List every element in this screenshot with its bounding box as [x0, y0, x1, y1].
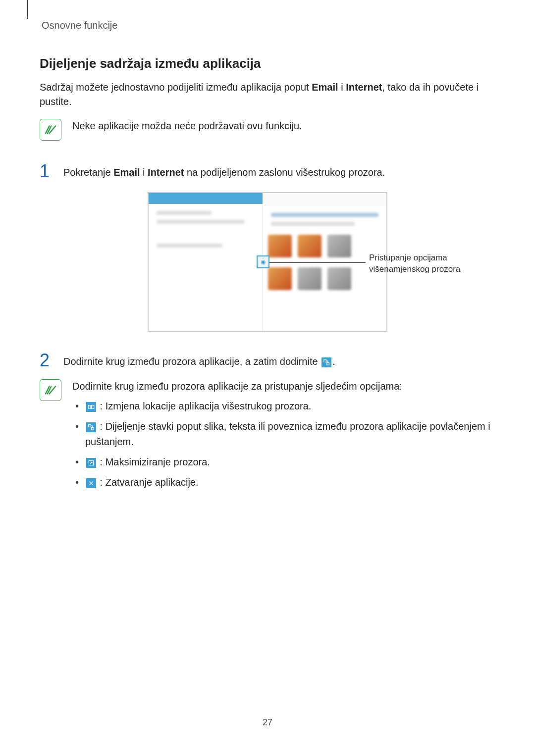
intro-bold-internet: Internet: [346, 82, 382, 93]
step-1-number: 1: [40, 162, 54, 180]
step2-post: .: [332, 356, 335, 367]
running-header: Osnovne funkcije: [42, 20, 495, 31]
page-edge-mark: [27, 0, 28, 19]
note-icon: [40, 119, 61, 141]
step1-post: na podijeljenom zaslonu višestrukog proz…: [184, 167, 385, 178]
note-2-content: Dodirnite krug između prozora aplikacije…: [72, 379, 495, 495]
svg-rect-0: [324, 359, 326, 362]
figure-pane-right: [263, 193, 386, 331]
step-2-body: Dodirnite krug između prozora aplikacije…: [63, 352, 495, 369]
svg-rect-4: [89, 424, 91, 427]
callout-text: Pristupanje opcijama višenamjenskog proz…: [369, 252, 468, 275]
intro-paragraph: Sadržaj možete jednostavno podijeliti iz…: [40, 80, 495, 109]
step1-pre: Pokretanje: [63, 167, 113, 178]
step1-b2: Internet: [148, 167, 184, 178]
option-swap: : Izmjena lokacije aplikacija višestruko…: [72, 399, 495, 414]
figure-wrap: ◉ Pristupanje opcijama višenamjenskog pr…: [40, 192, 495, 332]
option-swap-text: : Izmjena lokacije aplikacija višestruko…: [97, 401, 311, 411]
note-block-2: Dodirnite krug između prozora aplikacije…: [40, 379, 495, 495]
page-number: 27: [0, 717, 535, 728]
step2-pre: Dodirnite krug između prozora aplikacije…: [63, 356, 321, 367]
intro-mid1: i: [338, 82, 346, 93]
intro-bold-email: Email: [312, 82, 338, 93]
step-1: 1 Pokretanje Email i Internet na podijel…: [40, 162, 495, 180]
option-share-text: : Dijeljenje stavki poput slika, teksta …: [85, 421, 490, 447]
section-title: Dijeljenje sadržaja između aplikacija: [40, 56, 495, 71]
note-icon: [40, 379, 61, 401]
multiwindow-handle-icon: ◉: [257, 255, 269, 268]
svg-rect-5: [92, 427, 94, 430]
split-screen-figure: ◉: [148, 192, 387, 332]
share-icon: [321, 357, 331, 367]
svg-rect-1: [327, 362, 329, 365]
step-1-body: Pokretanje Email i Internet na podijelje…: [63, 162, 495, 180]
step-2: 2 Dodirnite krug između prozora aplikaci…: [40, 352, 495, 369]
swap-icon: [86, 402, 96, 412]
option-max-text: : Maksimiziranje prozora.: [97, 456, 210, 467]
step-2-number: 2: [40, 352, 54, 369]
share-icon: [86, 422, 96, 432]
note2-lead: Dodirnite krug između prozora aplikacije…: [72, 379, 495, 394]
callout-line: [265, 262, 366, 263]
option-close-text: : Zatvaranje aplikacije.: [97, 477, 199, 488]
option-close: : Zatvaranje aplikacije.: [72, 475, 495, 490]
step1-b1: Email: [113, 167, 140, 178]
option-share: : Dijeljenje stavki poput slika, teksta …: [72, 419, 495, 450]
note-text-1: Neke aplikacije možda neće podržavati ov…: [72, 119, 495, 133]
close-icon: [86, 478, 96, 488]
step1-mid: i: [140, 167, 148, 178]
option-maximize: : Maksimiziranje prozora.: [72, 454, 495, 470]
maximize-icon: [86, 458, 96, 468]
figure-pane-left: [149, 193, 263, 331]
options-list: : Izmjena lokacije aplikacija višestruko…: [72, 399, 495, 490]
intro-pre: Sadržaj možete jednostavno podijeliti iz…: [40, 82, 312, 93]
note-block-1: Neke aplikacije možda neće podržavati ov…: [40, 119, 495, 141]
